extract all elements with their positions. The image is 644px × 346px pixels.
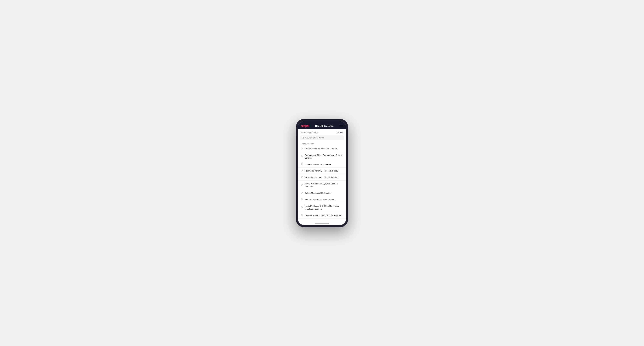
course-name: Brent Valley Municipal GC, London — [305, 198, 336, 201]
find-header: Find a Golf Course Cancel — [298, 129, 346, 135]
menu-line-2 — [340, 126, 343, 126]
find-label: Find a Golf Course — [301, 132, 318, 134]
home-indicator — [298, 222, 346, 225]
svg-point-5 — [302, 170, 302, 171]
nearby-label: Nearby courses — [298, 142, 346, 146]
svg-point-7 — [302, 185, 302, 185]
content-area: Find a Golf Course Cancel Nearby courses… — [298, 129, 346, 222]
menu-icon[interactable] — [340, 125, 343, 127]
list-item[interactable]: Brent Valley Municipal GC, London — [298, 196, 346, 203]
location-pin-icon — [301, 184, 303, 186]
course-name: Royal Wimbledon GC, Great London Authori… — [305, 182, 343, 188]
phone-screen: clippd Recent Searches Find a Golf Cours… — [298, 121, 346, 225]
svg-point-0 — [302, 137, 304, 138]
page-title: Recent Searches — [315, 125, 334, 127]
list-item[interactable]: Roehampton Club - Roehampton, Greater Lo… — [298, 152, 346, 161]
course-name: Richmond Park GC - Duke's, London — [305, 176, 338, 179]
svg-point-11 — [302, 215, 302, 215]
location-pin-icon — [301, 155, 303, 158]
svg-point-10 — [302, 207, 302, 207]
location-pin-icon — [301, 192, 303, 194]
course-name: Roehampton Club - Roehampton, Greater Lo… — [305, 154, 343, 159]
app-logo: clippd — [301, 125, 308, 128]
location-pin-icon — [301, 163, 303, 166]
location-pin-icon — [301, 198, 303, 201]
svg-point-9 — [302, 199, 302, 199]
list-item[interactable]: London Scottish GC, London — [298, 161, 346, 168]
svg-point-3 — [302, 156, 302, 156]
course-name: Coombe Hill GC, Kingston upon Thames — [305, 214, 341, 217]
list-item[interactable]: Central London Golf Centre, London — [298, 146, 346, 152]
home-bar — [315, 223, 329, 224]
phone-frame: clippd Recent Searches Find a Golf Cours… — [296, 119, 348, 227]
svg-point-6 — [302, 177, 302, 177]
svg-point-8 — [302, 192, 302, 193]
location-pin-icon — [301, 206, 303, 209]
status-bar — [298, 121, 346, 123]
menu-line-3 — [340, 127, 343, 127]
list-item[interactable]: Dukes Meadows GC, London — [298, 190, 346, 196]
location-pin-icon — [301, 214, 303, 217]
location-pin-icon — [301, 176, 303, 178]
search-input[interactable] — [305, 137, 342, 139]
course-name: Dukes Meadows GC, London — [305, 192, 331, 194]
menu-line-1 — [340, 125, 343, 125]
location-pin-icon — [301, 147, 303, 150]
location-pin-icon — [301, 170, 303, 172]
course-name: North Middlesex GC (1011942 - North Midd… — [305, 204, 343, 210]
list-item[interactable]: North Middlesex GC (1011942 - North Midd… — [298, 203, 346, 212]
course-name: Richmond Park GC - Prince's, Surrey — [305, 170, 338, 172]
list-item[interactable]: Richmond Park GC - Duke's, London — [298, 174, 346, 180]
course-name: Central London Golf Centre, London — [305, 147, 337, 150]
list-item[interactable]: Royal Wimbledon GC, Great London Authori… — [298, 180, 346, 190]
svg-point-4 — [302, 164, 302, 164]
list-item[interactable]: Richmond Park GC - Prince's, Surrey — [298, 168, 346, 174]
svg-line-1 — [304, 138, 304, 139]
svg-point-2 — [302, 148, 302, 148]
search-box[interactable] — [300, 135, 344, 140]
course-list: Central London Golf Centre, London Roeha… — [298, 146, 346, 222]
top-bar: clippd Recent Searches — [298, 123, 346, 129]
cancel-button[interactable]: Cancel — [337, 132, 343, 134]
search-icon — [302, 137, 304, 139]
course-name: London Scottish GC, London — [305, 163, 331, 166]
list-item[interactable]: Coombe Hill GC, Kingston upon Thames — [298, 212, 346, 219]
